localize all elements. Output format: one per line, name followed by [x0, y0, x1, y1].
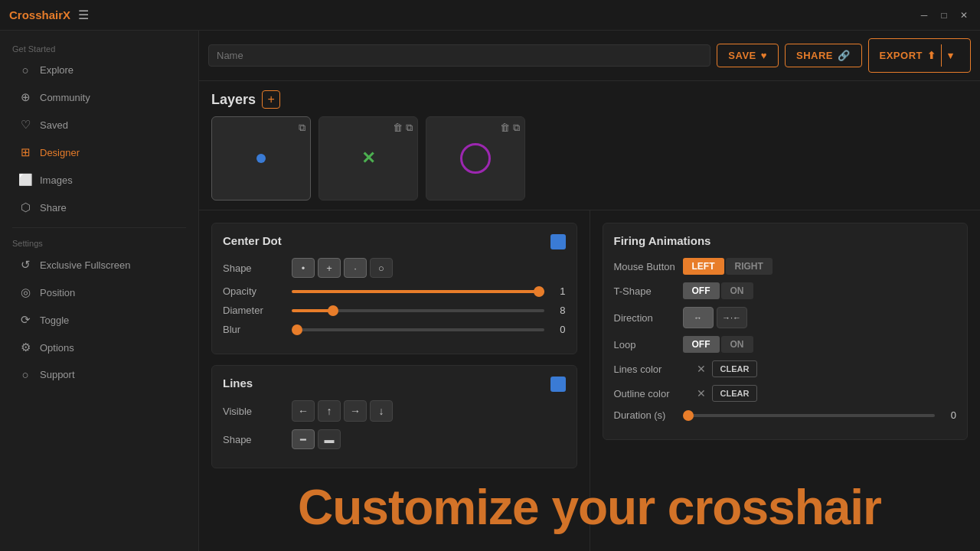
center-dot-title: Center Dot [223, 234, 566, 247]
lines-color-label: Lines color [614, 364, 691, 375]
loop-content: OFF ON [683, 336, 957, 353]
tshape-off-button[interactable]: OFF [683, 282, 720, 299]
mouse-button-label: Mouse Button [614, 261, 683, 272]
sidebar: Get Started ○ Explore ⊕ Community ♡ Save… [0, 31, 199, 551]
blur-label: Blur [223, 324, 292, 335]
export-button[interactable]: EXPORT ⬆ ▾ [868, 38, 971, 73]
shape-btn-plus[interactable]: + [318, 258, 341, 278]
sidebar-divider [12, 227, 186, 228]
sidebar-item-exclusive-fullscreen[interactable]: ↺ Exclusive Fullscreen [6, 252, 192, 278]
sidebar-item-share[interactable]: ⬡ Share [6, 194, 192, 220]
sidebar-item-explore[interactable]: ○ Explore [6, 57, 192, 83]
titlebar: CrosshairX ☰ ─ □ ✕ [0, 0, 980, 31]
lines-color-clear-button[interactable]: CLEAR [712, 360, 758, 377]
sidebar-item-label: Images [40, 174, 73, 186]
layer-card-dot[interactable]: ⧉ [211, 116, 311, 201]
vis-btn-down[interactable]: ↓ [370, 400, 393, 422]
position-icon: ◎ [18, 285, 32, 299]
export-icon: ⬆ [927, 50, 936, 61]
share-button[interactable]: SHARE 🔗 [785, 44, 862, 67]
layers-list: ⧉ 🗑 ⧉ ✕ 🗑 ⧉ [211, 116, 968, 201]
sidebar-item-position[interactable]: ◎ Position [6, 279, 192, 305]
loop-label: Loop [614, 339, 683, 350]
share-label: SHARE [796, 50, 833, 61]
tshape-toggle: OFF ON [683, 282, 753, 299]
layer-card-circle[interactable]: 🗑 ⧉ [426, 116, 525, 201]
blur-slider[interactable] [292, 328, 544, 331]
sidebar-item-label: Designer [40, 147, 80, 158]
shape-buttons: • + · ○ [292, 258, 393, 278]
outline-color-clear-button[interactable]: CLEAR [712, 385, 758, 402]
layers-section: Layers + ⧉ 🗑 ⧉ ✕ [199, 81, 980, 210]
outline-color-x-icon[interactable]: ✕ [697, 387, 706, 399]
loop-row: Loop OFF ON [614, 336, 957, 353]
shape-btn-small-dot[interactable]: · [344, 258, 367, 278]
designer-icon: ⊞ [18, 145, 32, 159]
sidebar-item-community[interactable]: ⊕ Community [6, 84, 192, 110]
center-dot-section: Center Dot Shape • + · ○ [211, 223, 577, 354]
sidebar-item-toggle[interactable]: ⟳ Toggle [6, 307, 192, 333]
diameter-slider[interactable] [292, 309, 544, 312]
exclusive-fullscreen-icon: ↺ [18, 258, 32, 272]
mouse-left-button[interactable]: LEFT [683, 258, 724, 275]
minimize-button[interactable]: ─ [917, 8, 931, 22]
lines-color-box[interactable] [550, 377, 566, 392]
vis-btn-left[interactable]: ← [292, 400, 315, 422]
hamburger-icon[interactable]: ☰ [78, 8, 89, 22]
explore-icon: ○ [18, 64, 32, 77]
direction-btn-2[interactable]: →·← [717, 307, 747, 328]
lines-shape-btn-1[interactable]: ━ [292, 429, 315, 449]
loop-off-button[interactable]: OFF [683, 336, 720, 353]
layer-copy-icon[interactable]: ⧉ [299, 122, 305, 134]
sidebar-item-images[interactable]: ⬜ Images [6, 167, 192, 193]
toggle-icon: ⟳ [18, 313, 32, 327]
images-icon: ⬜ [18, 173, 32, 187]
close-button[interactable]: ✕ [957, 8, 971, 22]
vis-btn-right[interactable]: → [344, 400, 367, 422]
save-heart-icon: ♥ [761, 50, 767, 61]
export-dropdown-arrow[interactable]: ▾ [941, 44, 960, 67]
layers-add-button[interactable]: + [262, 90, 280, 109]
shape-btn-circle[interactable]: ○ [370, 258, 393, 278]
layer-copy-icon[interactable]: ⧉ [513, 122, 520, 134]
shape-btn-dot[interactable]: • [292, 258, 315, 278]
sidebar-item-label: Explore [40, 64, 74, 76]
loop-on-button[interactable]: ON [721, 336, 753, 353]
duration-slider[interactable] [683, 414, 936, 417]
lines-color-x-icon[interactable]: ✕ [697, 363, 706, 375]
save-label: SAVE [728, 50, 756, 61]
mouse-button-row: Mouse Button LEFT RIGHT [614, 258, 957, 275]
export-label: EXPORT [880, 50, 923, 61]
visible-content: ← ↑ → ↓ [292, 400, 566, 422]
direction-btn-1[interactable]: ↔ [683, 307, 714, 328]
sidebar-item-options[interactable]: ⚙ Options [6, 334, 192, 360]
opacity-slider-container: 1 [292, 285, 566, 297]
tshape-on-button[interactable]: ON [721, 282, 753, 299]
save-button[interactable]: SAVE ♥ [717, 44, 779, 67]
firing-animations-section: Firing Animations Mouse Button LEFT RIGH… [603, 223, 969, 440]
opacity-label: Opacity [223, 285, 292, 297]
direction-buttons: ↔ →·← [683, 307, 747, 328]
maximize-button[interactable]: □ [937, 8, 951, 22]
sidebar-item-designer[interactable]: ⊞ Designer [6, 139, 192, 165]
layer-card-cross[interactable]: 🗑 ⧉ ✕ [318, 116, 418, 201]
layer-dot-element [256, 154, 266, 163]
mouse-right-button[interactable]: RIGHT [726, 258, 773, 275]
sidebar-item-label: Options [40, 342, 74, 354]
name-input[interactable] [208, 44, 710, 67]
layer-delete-icon[interactable]: 🗑 [500, 122, 510, 134]
opacity-row: Opacity 1 [223, 285, 566, 297]
center-dot-color-box[interactable] [550, 234, 566, 249]
community-icon: ⊕ [18, 90, 32, 104]
lines-color-row: Lines color ✕ CLEAR [614, 360, 957, 377]
lines-shape-btn-2[interactable]: ▬ [318, 429, 341, 449]
sidebar-item-support[interactable]: ○ Support [6, 362, 192, 387]
layer-delete-icon[interactable]: 🗑 [393, 122, 403, 134]
main-layout: Get Started ○ Explore ⊕ Community ♡ Save… [0, 31, 980, 551]
tshape-content: OFF ON [683, 282, 957, 299]
vis-btn-up[interactable]: ↑ [318, 400, 341, 422]
sidebar-item-saved[interactable]: ♡ Saved [6, 112, 192, 138]
opacity-slider[interactable] [292, 290, 544, 293]
layer-copy-icon[interactable]: ⧉ [406, 122, 413, 134]
layer-cross-element: ✕ [361, 148, 375, 168]
